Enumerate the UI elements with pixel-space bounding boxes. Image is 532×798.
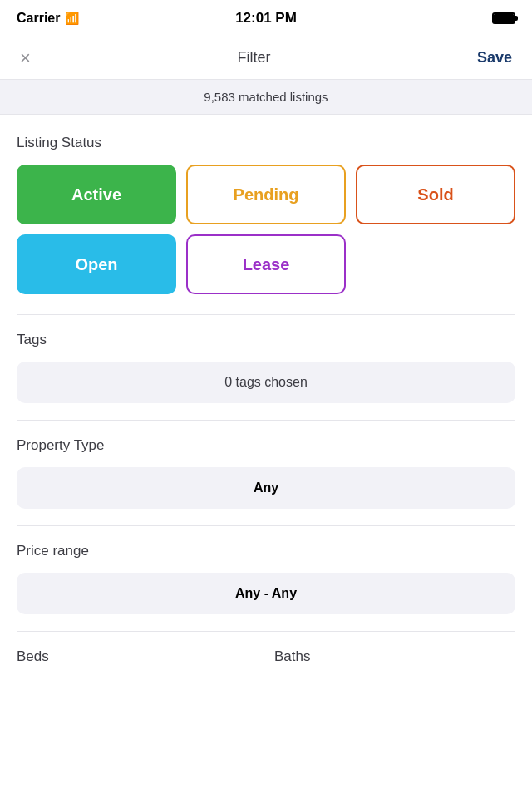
- property-type-picker[interactable]: Any: [17, 467, 515, 509]
- baths-label: Baths: [274, 648, 515, 665]
- battery-icon: [492, 12, 515, 24]
- divider-1: [17, 314, 515, 315]
- price-range-picker[interactable]: Any - Any: [17, 573, 515, 614]
- wifi-icon: 📶: [65, 12, 79, 25]
- baths-section: Baths: [274, 648, 515, 678]
- nav-header: × Filter Save: [0, 37, 532, 80]
- listing-status-section: Listing Status Active Pending Sold Open …: [17, 135, 515, 294]
- content-area: Listing Status Active Pending Sold Open …: [0, 115, 532, 678]
- tags-section: Tags 0 tags chosen: [17, 332, 515, 403]
- close-button[interactable]: ×: [17, 46, 34, 71]
- divider-3: [17, 525, 515, 526]
- matched-count: 9,583 matched listings: [204, 90, 328, 104]
- carrier-label: Carrier: [17, 11, 60, 26]
- status-buttons-row2: Open Lease: [17, 234, 515, 294]
- listing-status-label: Listing Status: [17, 135, 515, 151]
- divider-4: [17, 631, 515, 632]
- battery-indicator: [492, 11, 515, 26]
- open-button[interactable]: Open: [17, 234, 176, 294]
- property-type-section: Property Type Any: [17, 437, 515, 509]
- carrier-info: Carrier 📶: [17, 11, 79, 26]
- status-buttons-row1: Active Pending Sold: [17, 165, 515, 224]
- save-button[interactable]: Save: [474, 46, 515, 70]
- tags-label: Tags: [17, 332, 515, 348]
- status-bar: Carrier 📶 12:01 PM: [0, 0, 532, 37]
- status-time: 12:01 PM: [235, 10, 297, 27]
- sold-button[interactable]: Sold: [356, 165, 515, 224]
- beds-label: Beds: [17, 648, 258, 665]
- tags-picker[interactable]: 0 tags chosen: [17, 362, 515, 403]
- price-range-label: Price range: [17, 543, 515, 559]
- header-title: Filter: [237, 49, 270, 66]
- beds-baths-section: Beds Baths: [17, 648, 515, 678]
- beds-section: Beds: [17, 648, 258, 678]
- active-button[interactable]: Active: [17, 165, 176, 224]
- property-type-label: Property Type: [17, 437, 515, 454]
- price-range-section: Price range Any - Any: [17, 543, 515, 614]
- pending-button[interactable]: Pending: [186, 165, 346, 224]
- divider-2: [17, 420, 515, 421]
- matched-banner: 9,583 matched listings: [0, 80, 532, 115]
- lease-button[interactable]: Lease: [186, 234, 346, 294]
